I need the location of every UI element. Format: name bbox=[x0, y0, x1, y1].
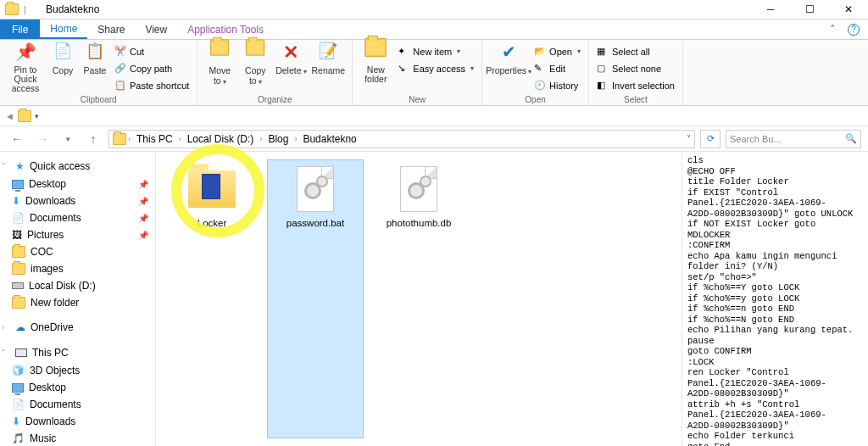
window-title: Budaktekno bbox=[41, 0, 104, 19]
pin-icon: 📌 bbox=[138, 180, 148, 189]
selectall-icon: ▦ bbox=[597, 46, 609, 58]
cut-icon: ✂️ bbox=[114, 46, 126, 58]
help-icon[interactable]: ? bbox=[848, 24, 860, 36]
invert-selection-button[interactable]: ◧Invert selection bbox=[594, 77, 677, 93]
addr-dropdown-icon[interactable]: ˅ bbox=[687, 134, 691, 143]
back-tiny-icon[interactable]: ◄ bbox=[5, 111, 14, 121]
main-area: ˅★Quick access Desktop📌 ⬇Downloads📌 📄Doc… bbox=[0, 152, 868, 446]
nav-pc-documents[interactable]: 📄Documents bbox=[0, 396, 155, 413]
ribbon-tabs: File Home Share View Application Tools ˄… bbox=[0, 20, 868, 40]
search-placeholder: Search Bu... bbox=[730, 134, 782, 144]
tab-file[interactable]: File bbox=[0, 20, 40, 39]
group-organize: Move to▾ Copy to▾ ✕Delete▾ 📝Rename Organ… bbox=[198, 40, 353, 105]
chevron-icon[interactable]: › bbox=[128, 135, 131, 143]
easy-access-button[interactable]: ↘Easy access▾ bbox=[395, 60, 476, 76]
easy-icon: ↘ bbox=[398, 63, 409, 75]
file-item-photothumb-db[interactable]: photothumb.db bbox=[371, 160, 466, 438]
drive-icon bbox=[12, 282, 24, 289]
file-item-locker[interactable]: Locker bbox=[164, 160, 259, 438]
cut-button[interactable]: ✂️Cut bbox=[112, 43, 192, 59]
paste-shortcut-button[interactable]: 📋Paste shortcut bbox=[112, 77, 192, 93]
bat-file-icon bbox=[290, 165, 341, 213]
group-new-label: New bbox=[358, 94, 476, 105]
properties-icon: ✔ bbox=[498, 42, 520, 64]
rename-button[interactable]: 📝Rename bbox=[309, 42, 347, 75]
history-button[interactable]: 🕘History bbox=[531, 77, 583, 93]
back-button[interactable]: ← bbox=[7, 129, 27, 149]
pin-icon: 📌 bbox=[14, 42, 36, 64]
minimize-button[interactable]: ─ bbox=[751, 0, 790, 19]
close-button[interactable]: ✕ bbox=[829, 0, 868, 19]
move-to-button[interactable]: Move to▾ bbox=[203, 42, 236, 86]
ribbon-collapse-icon[interactable]: ˄ bbox=[830, 23, 836, 36]
music-icon: 🎵 bbox=[12, 432, 25, 444]
nav-coc[interactable]: COC bbox=[0, 243, 155, 260]
qat-dropdown-icon[interactable]: ▾ bbox=[35, 112, 39, 120]
nav-desktop[interactable]: Desktop📌 bbox=[0, 176, 155, 192]
copy-path-button[interactable]: 🔗Copy path bbox=[112, 60, 192, 76]
nav-this-pc[interactable]: ˅This PC bbox=[0, 343, 155, 362]
downloads-icon: ⬇ bbox=[12, 195, 20, 207]
delete-button[interactable]: ✕Delete▾ bbox=[274, 42, 308, 75]
tab-application-tools[interactable]: Application Tools bbox=[177, 20, 274, 39]
nav-new-folder[interactable]: New folder bbox=[0, 294, 155, 311]
nav-pictures[interactable]: 🖼Pictures📌 bbox=[0, 226, 155, 243]
folder-icon bbox=[186, 165, 237, 213]
qat-folder-icon[interactable] bbox=[18, 110, 31, 122]
recent-locations-button[interactable]: ▾ bbox=[58, 129, 78, 149]
group-clipboard-label: Clipboard bbox=[5, 94, 192, 105]
pictures-icon: 🖼 bbox=[12, 229, 22, 241]
group-open: ✔Properties▾ 📂Open▾ ✎Edit 🕘History Open bbox=[482, 40, 589, 105]
open-button[interactable]: 📂Open▾ bbox=[531, 43, 583, 59]
tab-share[interactable]: Share bbox=[87, 20, 135, 39]
file-list[interactable]: Locker password.bat photothumb.db bbox=[156, 152, 682, 446]
nav-downloads[interactable]: ⬇Downloads📌 bbox=[0, 192, 155, 209]
crumb-current[interactable]: Budaktekno bbox=[298, 133, 360, 145]
tab-view[interactable]: View bbox=[135, 20, 177, 39]
pin-quick-access-button[interactable]: 📌 Pin to Quick access bbox=[5, 42, 46, 93]
nav-images[interactable]: images bbox=[0, 260, 155, 277]
refresh-button[interactable]: ⟳ bbox=[700, 130, 721, 148]
pin-label: Pin to Quick access bbox=[5, 65, 46, 93]
moveto-icon bbox=[209, 42, 231, 64]
nav-3d-objects[interactable]: 🧊3D Objects bbox=[0, 362, 155, 379]
file-label: password.bat bbox=[287, 218, 344, 228]
up-button[interactable]: ↑ bbox=[83, 129, 103, 149]
nav-quick-access[interactable]: ˅★Quick access bbox=[0, 157, 155, 176]
history-icon: 🕘 bbox=[534, 80, 546, 92]
tab-home[interactable]: Home bbox=[40, 20, 87, 39]
select-none-button[interactable]: ▢Select none bbox=[594, 60, 677, 76]
newitem-icon: ✦ bbox=[398, 46, 409, 58]
paste-button[interactable]: 📋 Paste bbox=[80, 42, 110, 75]
crumb-this-pc[interactable]: This PC bbox=[132, 133, 177, 145]
file-item-password-bat[interactable]: password.bat bbox=[268, 160, 363, 438]
forward-button[interactable]: → bbox=[32, 129, 53, 149]
navigation-pane[interactable]: ˅★Quick access Desktop📌 ⬇Downloads📌 📄Doc… bbox=[0, 152, 156, 446]
nav-pc-music[interactable]: 🎵Music bbox=[0, 430, 155, 446]
edit-button[interactable]: ✎Edit bbox=[531, 60, 583, 76]
pc-icon bbox=[15, 348, 27, 357]
rename-icon: 📝 bbox=[317, 42, 339, 64]
nav-documents[interactable]: 📄Documents📌 bbox=[0, 209, 155, 226]
search-box[interactable]: Search Bu... 🔍 bbox=[726, 130, 861, 148]
nav-pc-desktop[interactable]: Desktop bbox=[0, 379, 155, 396]
properties-button[interactable]: ✔Properties▾ bbox=[487, 42, 530, 75]
group-new: New folder ✦New item▾ ↘Easy access▾ New bbox=[353, 40, 482, 105]
nav-local-disk-d[interactable]: Local Disk (D:) bbox=[0, 277, 155, 294]
address-bar[interactable]: › This PC› Local Disk (D:)› Blog› Budakt… bbox=[108, 130, 695, 148]
new-folder-button[interactable]: New folder bbox=[358, 42, 393, 84]
nav-onedrive[interactable]: ›☁OneDrive bbox=[0, 318, 155, 337]
nav-pc-downloads[interactable]: ⬇Downloads bbox=[0, 413, 155, 430]
crumb-local-disk-d[interactable]: Local Disk (D:) bbox=[183, 133, 259, 145]
crumb-blog[interactable]: Blog bbox=[264, 133, 292, 145]
select-all-button[interactable]: ▦Select all bbox=[594, 43, 677, 59]
copy-button[interactable]: 📄 Copy bbox=[47, 42, 78, 75]
paste-icon: 📋 bbox=[84, 42, 106, 64]
copy-to-button[interactable]: Copy to▾ bbox=[238, 42, 272, 86]
titlebar: | Budaktekno Manage ─ ☐ ✕ bbox=[0, 0, 868, 20]
maximize-button[interactable]: ☐ bbox=[790, 0, 829, 19]
3d-icon: 🧊 bbox=[12, 365, 25, 376]
preview-pane: cls @ECHO OFF title Folder Locker if EXI… bbox=[682, 152, 868, 446]
new-item-button[interactable]: ✦New item▾ bbox=[395, 43, 476, 59]
pasteshort-icon: 📋 bbox=[114, 80, 126, 92]
